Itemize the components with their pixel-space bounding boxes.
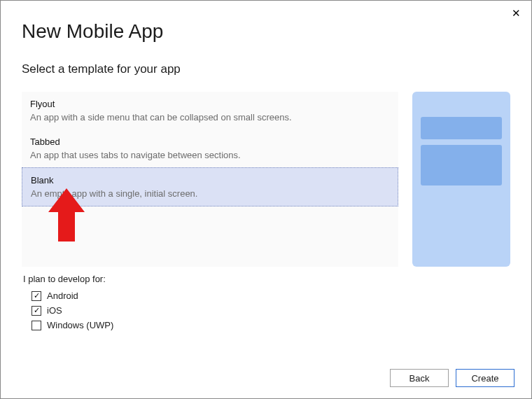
platform-label: iOS bbox=[47, 305, 62, 316]
template-name: Tabbed bbox=[30, 136, 390, 147]
dialog-subtitle: Select a template for your app bbox=[1, 43, 531, 76]
create-button[interactable]: Create bbox=[456, 369, 514, 387]
close-button[interactable]: ✕ bbox=[507, 5, 524, 22]
back-button[interactable]: Back bbox=[390, 369, 449, 387]
platform-option-windows-uwp[interactable]: Windows (UWP) bbox=[23, 318, 531, 332]
platform-label: Windows (UWP) bbox=[47, 320, 113, 330]
preview-block-icon bbox=[421, 117, 502, 139]
checkbox-icon: ✓ bbox=[31, 291, 41, 301]
checkbox-icon bbox=[31, 321, 41, 330]
template-item-tabbed[interactable]: Tabbed An app that uses tabs to navigate… bbox=[22, 130, 398, 167]
template-preview bbox=[412, 92, 510, 267]
template-item-blank[interactable]: Blank An empty app with a single, initia… bbox=[22, 167, 398, 206]
template-list: Flyout An app with a side menu that can … bbox=[22, 92, 398, 267]
template-name: Flyout bbox=[30, 99, 390, 109]
preview-block-icon bbox=[421, 145, 502, 186]
template-description: An app with a side menu that can be coll… bbox=[30, 112, 390, 122]
template-name: Blank bbox=[31, 175, 389, 186]
button-label: Create bbox=[471, 373, 498, 384]
platform-option-ios[interactable]: ✓ iOS bbox=[23, 303, 531, 318]
dialog-title: New Mobile App bbox=[1, 1, 531, 43]
template-description: An empty app with a single, initial scre… bbox=[31, 188, 389, 199]
template-description: An app that uses tabs to navigate betwee… bbox=[30, 150, 390, 160]
button-label: Back bbox=[410, 373, 430, 384]
close-icon: ✕ bbox=[512, 7, 521, 19]
platform-option-android[interactable]: ✓ Android bbox=[23, 288, 531, 303]
platform-label: Android bbox=[47, 290, 78, 301]
develop-for-label: I plan to develop for: bbox=[23, 274, 531, 284]
template-item-flyout[interactable]: Flyout An app with a side menu that can … bbox=[22, 92, 398, 130]
checkbox-icon: ✓ bbox=[31, 306, 41, 316]
